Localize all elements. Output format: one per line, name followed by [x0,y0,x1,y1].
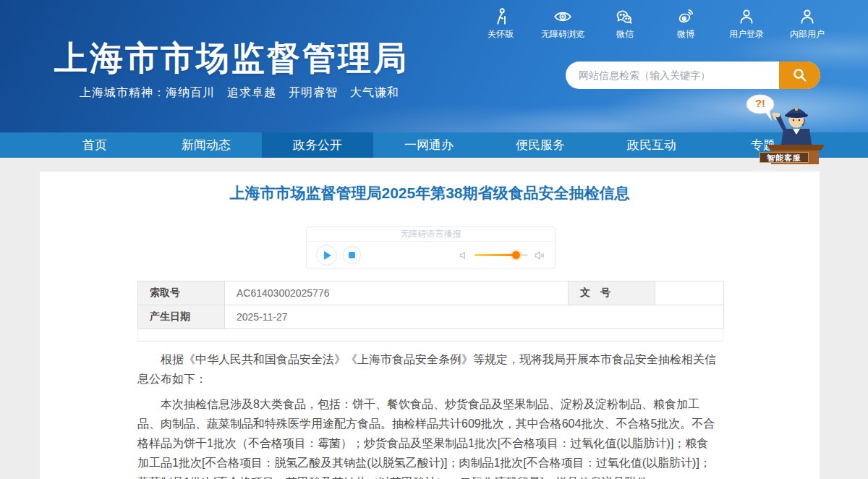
quick-link-label: 微博 [677,28,694,41]
play-icon [324,251,331,260]
site-slogan: 上海城市精神：海纳百川 追求卓越 开明睿智 大气谦和 [80,85,399,101]
quick-link-label: 无障碍浏览 [541,28,584,41]
table-row: 索取号 AC61403002025776 文 号 [138,281,724,305]
nav-item-home[interactable]: 首页 [39,132,150,158]
quick-link-label: 关怀版 [488,28,514,41]
audio-player-title: 无障碍语言播报 [307,227,555,242]
issue-date-value: 2025-11-27 [225,305,724,329]
nav-item-news[interactable]: 新闻动态 [150,132,262,158]
volume-group [459,250,545,261]
search-input[interactable] [566,62,775,89]
quick-link-label: 内部用户 [790,28,825,41]
search-icon [791,67,809,84]
eye-icon [552,6,574,26]
page: 关怀版 无障碍浏览 微 [0,0,868,479]
article-title: 上海市市场监督管理局2025年第38期省级食品安全抽检信息 [40,183,820,203]
paragraph: 根据《中华人民共和国食品安全法》《上海市食品安全条例》等规定，现将我局开展本市食… [137,349,716,389]
stop-icon [349,252,355,258]
quick-link-accessibility[interactable]: 无障碍浏览 [541,6,584,41]
table-row: 产生日期 2025-11-27 [138,305,724,329]
quick-link-wechat[interactable]: 微信 [605,6,645,41]
elderly-icon [491,6,510,26]
index-number-label: 索取号 [138,281,225,305]
paragraph: 本次抽检信息涉及8大类食品，包括：饼干、餐饮食品、炒货食品及坚果制品、淀粉及淀粉… [137,394,716,479]
quick-link-weibo[interactable]: 微博 [665,6,706,41]
audio-player: 无障碍语言播报 [306,226,556,269]
quick-link-user-login[interactable]: 用户登录 [726,6,767,41]
nav-item-gov-disclosure[interactable]: 政务公开 [262,132,373,158]
nav-item-online-services[interactable]: 一网通办 [373,132,485,158]
quick-links: 关怀版 无障碍浏览 微 [480,6,827,41]
article-body: 根据《中华人民共和国食品安全法》《上海市食品安全条例》等规定，现将我局开展本市食… [137,349,716,479]
volume-low-icon [459,250,469,260]
quick-link-label: 微信 [616,28,634,41]
issue-date-label: 产生日期 [138,305,225,329]
document-meta-table: 索取号 AC61403002025776 文 号 产生日期 2025-11-27 [137,281,724,329]
table-footer-divider [137,328,723,342]
volume-high-icon [534,250,545,261]
main-nav: 首页 新闻动态 政务公开 一网通办 便民服务 政民互动 专题 [0,132,868,158]
volume-slider[interactable] [475,254,528,256]
site-logo-title: 上海市市场监督管理局 [54,36,409,81]
doc-number-value [655,281,724,305]
search-button[interactable] [779,62,820,89]
doc-number-label: 文 号 [569,281,655,305]
volume-fill [475,254,515,256]
site-header: 关怀版 无障碍浏览 微 [0,0,868,132]
wechat-icon [615,6,635,26]
quick-link-internal-user[interactable]: 内部用户 [787,6,827,41]
article-card: 上海市市场监督管理局2025年第38期省级食品安全抽检信息 无障碍语言播报 [40,171,820,479]
index-number-value: AC61403002025776 [225,281,569,305]
user-icon [737,6,756,26]
smart-service-mascot[interactable]: ?! 智能客服 [742,91,827,164]
quick-link-label: 用户登录 [729,28,764,41]
user-icon [798,6,817,26]
search-box [566,62,820,89]
stop-button[interactable] [343,246,361,264]
nav-item-interaction[interactable]: 政民互动 [596,132,707,158]
content-background: 上海市市场监督管理局2025年第38期省级食品安全抽检信息 无障碍语言播报 [0,158,868,479]
audio-controls [307,242,555,268]
quick-link-care-version[interactable]: 关怀版 [480,6,521,41]
weibo-icon [676,6,696,26]
volume-knob[interactable] [512,251,520,259]
mascot-label: 智能客服 [760,152,809,163]
play-button[interactable] [316,245,337,266]
nav-item-public-services[interactable]: 便民服务 [485,132,596,158]
mascot-speech-bubble: ?! [748,97,773,109]
